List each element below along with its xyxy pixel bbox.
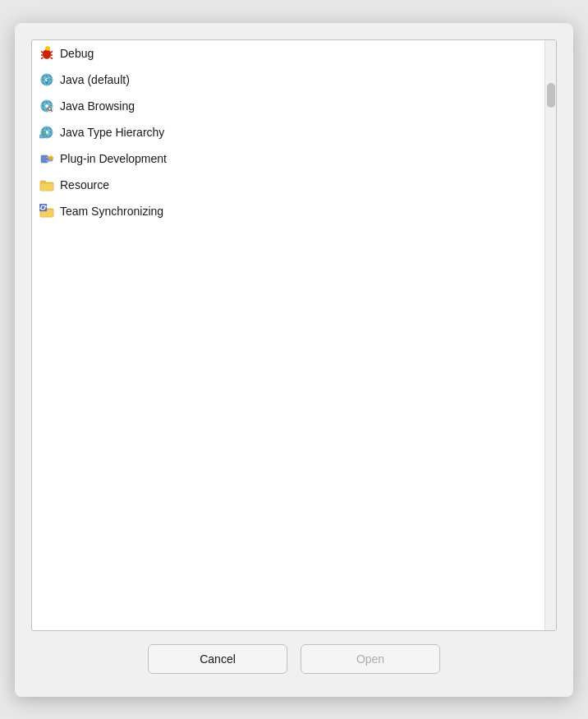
svg-line-7 [51, 58, 53, 59]
resource-icon [39, 177, 55, 193]
list-item-java-browsing[interactable]: Java Browsing [32, 93, 544, 119]
svg-line-10 [49, 47, 50, 48]
dialog-button-row: Cancel Open [31, 644, 557, 680]
perspective-list-container: Debug J Java (default) [31, 39, 557, 631]
plugin-development-icon [39, 150, 55, 167]
list-item-team-synchronizing[interactable]: Team Synchronizing [32, 198, 544, 224]
scrollbar-thumb[interactable] [547, 83, 555, 108]
perspective-list-scroll[interactable]: Debug J Java (default) [32, 40, 544, 630]
java-browsing-icon [39, 98, 55, 114]
debug-icon [39, 45, 55, 62]
open-perspective-dialog: Debug J Java (default) [15, 23, 573, 697]
svg-line-2 [41, 51, 44, 53]
svg-text:J: J [45, 77, 48, 85]
svg-rect-33 [46, 159, 48, 162]
list-item-java-default-label: Java (default) [60, 73, 130, 86]
list-item-java-browsing-label: Java Browsing [60, 99, 135, 113]
list-item-resource-label: Resource [60, 178, 109, 191]
svg-line-6 [41, 58, 44, 59]
cancel-button[interactable]: Cancel [148, 644, 287, 674]
list-item-plugin-development-label: Plug-in Development [60, 152, 167, 165]
open-button[interactable]: Open [301, 644, 440, 674]
list-item-java-type-hierarchy[interactable]: Java Type Hierarchy [32, 119, 544, 145]
svg-line-3 [51, 51, 53, 53]
list-item-java-type-hierarchy-label: Java Type Hierarchy [60, 126, 164, 139]
java-default-icon: J [39, 71, 55, 88]
team-synchronizing-icon [39, 203, 55, 219]
list-item-team-synchronizing-label: Team Synchronizing [60, 205, 163, 218]
list-item-plugin-development[interactable]: Plug-in Development [32, 145, 544, 172]
scrollbar-track[interactable] [544, 40, 556, 630]
list-item-debug-label: Debug [60, 47, 94, 60]
list-item-debug[interactable]: Debug [32, 40, 544, 67]
list-item-java-default[interactable]: J Java (default) [32, 67, 544, 93]
java-type-hierarchy-icon [39, 124, 55, 141]
svg-rect-29 [42, 131, 46, 135]
svg-rect-35 [39, 204, 47, 211]
svg-line-11 [46, 47, 47, 48]
svg-rect-28 [39, 135, 44, 138]
list-item-resource[interactable]: Resource [32, 172, 544, 198]
